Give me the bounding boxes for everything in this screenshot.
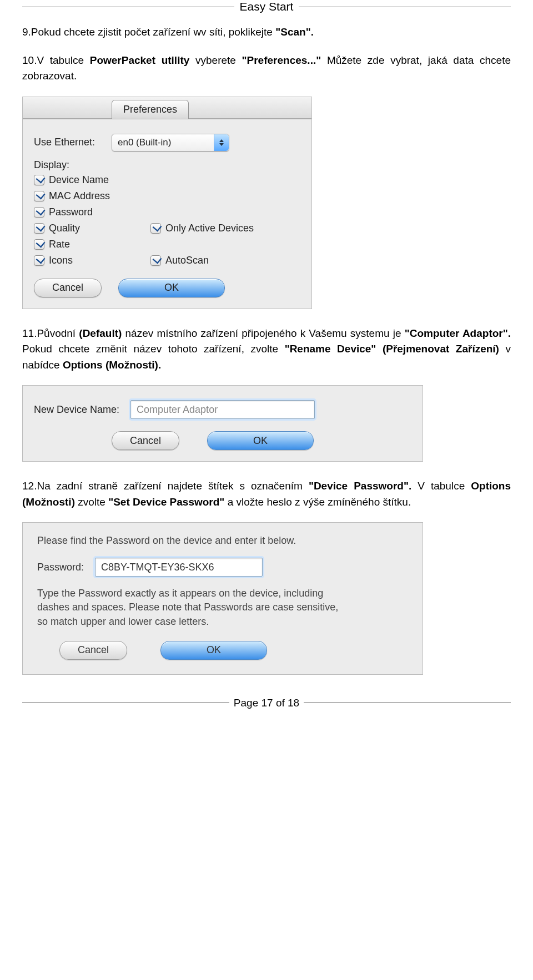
header-divider: Easy Start [22, 0, 511, 13]
header-title: Easy Start [234, 0, 299, 13]
password-instruction-bottom: Type the Password exactly as it appears … [37, 587, 348, 629]
tab-bar: Preferences [23, 97, 311, 119]
checkbox-only-active[interactable] [150, 223, 161, 234]
rename-panel: New Device Name: Computer Adaptor Cancel… [22, 385, 423, 462]
password-input[interactable]: C8BY-TMQT-EY36-SKX6 [95, 558, 263, 577]
ok-button[interactable]: OK [160, 641, 267, 660]
password-label: Password: [37, 562, 84, 573]
checkbox-autoscan[interactable] [150, 255, 161, 266]
checkbox-device-name[interactable] [34, 175, 44, 185]
footer-divider: Page 17 of 18 [22, 697, 511, 709]
paragraph-9: 9.Pokud chcete zjistit počet zařízení wv… [22, 24, 511, 41]
preferences-panel: Preferences Use Ethernet: en0 (Built-in)… [22, 97, 312, 309]
cancel-button[interactable]: Cancel [34, 279, 102, 297]
ethernet-select[interactable]: en0 (Built-in) [112, 134, 229, 151]
ok-button[interactable]: OK [118, 279, 225, 297]
display-label: Display: [34, 159, 300, 171]
new-device-name-label: New Device Name: [34, 404, 119, 416]
checkbox-mac[interactable] [34, 191, 44, 201]
chevron-updown-icon [214, 134, 229, 151]
cancel-button[interactable]: Cancel [112, 431, 179, 450]
page-number: Page 17 of 18 [229, 697, 304, 709]
tab-preferences[interactable]: Preferences [112, 100, 189, 119]
paragraph-10: 10.V tabulce PowerPacket utility vyberet… [22, 53, 511, 84]
checkbox-icons[interactable] [34, 255, 44, 266]
cancel-button[interactable]: Cancel [59, 641, 127, 660]
checkbox-rate[interactable] [34, 239, 44, 250]
checkbox-password[interactable] [34, 207, 44, 218]
checkbox-quality[interactable] [34, 223, 44, 234]
ok-button[interactable]: OK [207, 431, 314, 450]
password-panel: Please find the Password on the device a… [22, 522, 423, 675]
paragraph-11: 11.Původní (Default) název místního zaří… [22, 326, 511, 373]
paragraph-12: 12.Na zadní straně zařízení najdete štít… [22, 478, 511, 510]
new-device-name-input[interactable]: Computer Adaptor [130, 400, 315, 419]
password-instruction-top: Please find the Password on the device a… [37, 534, 348, 548]
use-ethernet-label: Use Ethernet: [34, 137, 112, 148]
